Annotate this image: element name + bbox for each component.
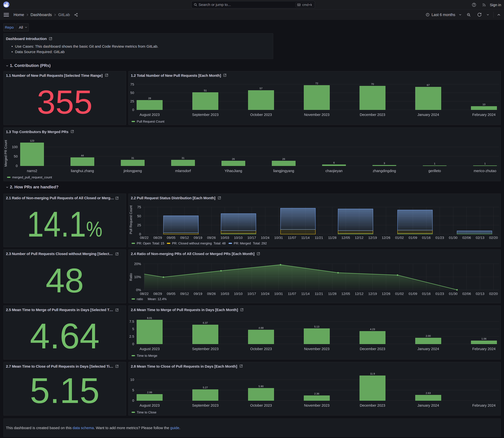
svg-text:09/26: 09/26 [207,236,215,240]
svg-text:11/07: 11/07 [288,292,296,296]
svg-text:2.00: 2.00 [426,334,431,337]
svg-text:5: 5 [132,388,134,392]
svg-text:6.37: 6.37 [203,321,208,324]
svg-text:7.5: 7.5 [129,320,134,323]
svg-text:02/06: 02/06 [462,236,471,240]
svg-text:Total: 48: Total: 48 [213,241,225,245]
svg-text:08/29: 08/29 [153,236,162,240]
svg-text:4.23: 4.23 [370,328,375,331]
svg-text:57: 57 [259,87,262,90]
svg-text:lianghui.zhang: lianghui.zhang [71,169,94,173]
svg-text:liangjingyang: liangjingyang [273,169,294,173]
svg-text:02/20: 02/20 [489,292,498,296]
svg-text:Merged PR Count: Merged PR Count [4,140,8,166]
svg-text:jinlongpeng: jinlongpeng [123,169,142,173]
svg-text:2.36: 2.36 [314,392,319,395]
svg-text:51: 51 [204,89,207,92]
svg-text:Total: 15: Total: 15 [152,241,164,245]
svg-text:50: 50 [14,154,18,158]
svg-text:09/12: 09/12 [180,236,189,240]
svg-text:November 2023: November 2023 [304,347,329,351]
svg-text:67: 67 [427,83,429,86]
svg-text:28: 28 [148,97,151,99]
svg-text:10/10: 10/10 [234,292,243,296]
svg-text:02/13: 02/13 [476,292,484,296]
svg-text:zhangdingding: zhangdingding [373,169,396,173]
svg-text:01/02: 01/02 [395,236,404,240]
svg-text:September 2023: September 2023 [192,403,218,407]
svg-text:01/23: 01/23 [435,292,444,296]
svg-text:October 2023: October 2023 [250,347,272,351]
svg-text:2.99: 2.99 [147,391,152,394]
svg-text:01/02: 01/02 [395,292,404,296]
svg-text:January 2024: January 2024 [417,113,439,117]
svg-text:25: 25 [130,99,134,103]
svg-text:11.9: 11.9 [370,372,375,375]
svg-text:10/24: 10/24 [261,236,269,240]
svg-text:narro2: narro2 [27,169,37,173]
svg-text:70: 70 [371,82,374,85]
svg-text:02/20: 02/20 [489,236,498,240]
svg-text:August 2023: August 2023 [139,403,160,407]
svg-text:4.68: 4.68 [258,326,263,329]
svg-text:02/06: 02/06 [462,292,471,296]
svg-text:12/26: 12/26 [382,292,390,296]
svg-text:PR: Merged: PR: Merged [234,241,251,245]
svg-text:October 2023: October 2023 [250,113,272,117]
svg-text:0: 0 [132,108,134,112]
svg-text:Time to Merge: Time to Merge [137,354,157,358]
svg-text:26: 26 [282,157,285,160]
svg-text:2.63: 2.63 [426,392,431,394]
svg-text:12/26: 12/26 [382,236,390,240]
svg-text:1.06: 1.06 [481,337,486,340]
svg-text:44: 44 [81,154,84,157]
svg-text:11/14: 11/14 [301,236,310,240]
svg-text:PR: Open: PR: Open [137,241,151,245]
svg-text:10/24: 10/24 [261,292,269,296]
svg-text:01/16: 01/16 [422,292,430,296]
svg-text:February 2024: February 2024 [472,403,495,407]
svg-text:2.5: 2.5 [129,335,134,338]
svg-text:1: 1 [434,162,435,165]
svg-text:October 2023: October 2023 [250,403,272,407]
svg-text:01/09: 01/09 [408,292,417,296]
svg-text:12/12: 12/12 [355,292,363,296]
svg-text:02/13: 02/13 [476,236,484,240]
svg-text:11/28: 11/28 [328,292,336,296]
svg-text:merico-zhutao: merico-zhutao [473,169,496,173]
svg-text:December 2023: December 2023 [360,347,385,351]
svg-text:11/28: 11/28 [328,236,336,240]
svg-text:10: 10 [483,103,485,106]
svg-text:February 2024: February 2024 [472,113,495,117]
svg-text:12/05: 12/05 [341,292,350,296]
svg-text:12/19: 12/19 [368,236,377,240]
svg-text:11/21: 11/21 [315,292,323,296]
svg-text:01/30: 01/30 [449,292,457,296]
svg-text:PR: Closed without merging: PR: Closed without merging [172,241,212,245]
svg-text:3: 3 [384,162,385,164]
svg-text:Pull Request Count: Pull Request Count [137,120,164,123]
svg-text:08/22: 08/22 [140,292,149,296]
svg-text:0%: 0% [136,288,141,292]
svg-text:September 2023: September 2023 [192,113,218,117]
svg-text:6: 6 [333,161,335,164]
svg-text:01/30: 01/30 [449,236,457,240]
svg-text:December 2023: December 2023 [360,113,385,117]
svg-text:01/09: 01/09 [408,236,417,240]
svg-text:01/23: 01/23 [435,236,444,240]
svg-text:December 2023: December 2023 [360,403,385,407]
svg-text:10/03: 10/03 [220,236,229,240]
svg-text:25: 25 [137,223,141,227]
svg-text:11/07: 11/07 [288,236,296,240]
svg-text:20%: 20% [134,262,141,266]
svg-text:50: 50 [130,91,134,95]
svg-text:75: 75 [130,82,134,86]
svg-text:5.13: 5.13 [314,325,319,328]
svg-text:0: 0 [132,342,134,346]
svg-text:ratio: ratio [137,297,143,301]
svg-text:August 2023: August 2023 [139,113,160,117]
svg-text:10/17: 10/17 [247,292,256,296]
svg-text:5: 5 [132,327,134,331]
svg-text:10: 10 [130,378,134,382]
svg-text:5.90: 5.90 [258,385,263,387]
